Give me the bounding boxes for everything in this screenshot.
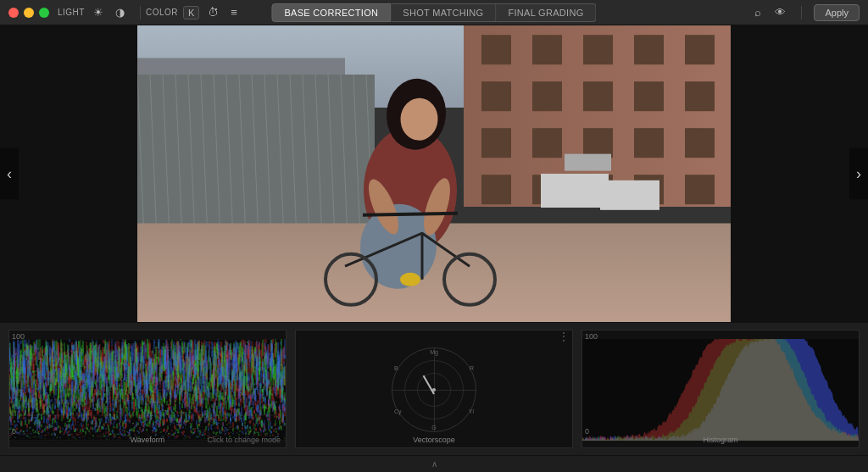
scopes-panel: 100 0 Waveform Click to change mode ⋮ Mg… bbox=[0, 322, 868, 455]
eye-icon: 👁 bbox=[775, 6, 786, 19]
waveform-label: Waveform bbox=[131, 436, 165, 444]
k-value: K bbox=[183, 6, 199, 19]
next-nav-arrow[interactable]: › bbox=[849, 148, 868, 200]
vectorscope-label: Vectorscope bbox=[413, 436, 455, 444]
clock-icon: ⏱ bbox=[208, 6, 219, 19]
tab-final-grading[interactable]: FINAL GRADING bbox=[496, 3, 596, 22]
chevron-up-icon: ∧ bbox=[431, 459, 437, 469]
video-canvas bbox=[137, 25, 731, 322]
vs-label-yl: Yl bbox=[469, 408, 474, 414]
vs-label-bl: B bbox=[394, 365, 398, 371]
tab-shot-matching[interactable]: SHOT MATCHING bbox=[391, 3, 496, 22]
contrast-icon: ◑ bbox=[115, 6, 125, 19]
search-icon: ⌕ bbox=[754, 6, 761, 19]
clock-icon-btn[interactable]: ⏱ bbox=[204, 4, 222, 20]
window-controls bbox=[8, 8, 49, 18]
maximize-button[interactable] bbox=[39, 8, 49, 18]
prev-nav-arrow[interactable]: ‹ bbox=[0, 148, 19, 200]
waveform-canvas bbox=[9, 339, 286, 441]
waveform-top-value: 100 bbox=[12, 332, 25, 341]
sun-icon: ☀ bbox=[93, 6, 103, 19]
vs-label-gr: G bbox=[431, 425, 436, 430]
close-button[interactable] bbox=[8, 8, 19, 18]
waveform-click-label: Click to change mode bbox=[207, 436, 281, 444]
histogram-scope: 100 0 Histogram bbox=[581, 330, 860, 448]
color-group: COLOR K ⏱ ≡ bbox=[146, 4, 241, 20]
vs-label-cy: Cy bbox=[394, 408, 402, 414]
separator-1 bbox=[140, 6, 141, 19]
separator-2 bbox=[801, 6, 802, 19]
apply-button[interactable]: Apply bbox=[814, 4, 860, 21]
sliders-icon: ≡ bbox=[231, 6, 237, 19]
vs-label-rd: R bbox=[470, 365, 474, 371]
main-content: ‹ › 100 0 Waveform Click to change mode … bbox=[0, 25, 868, 472]
sun-icon-btn[interactable]: ☀ bbox=[90, 4, 107, 20]
tab-base-correction[interactable]: BASE CORRECTION bbox=[271, 3, 391, 22]
vectorscope-inner: Mg R Yl G Cy B bbox=[296, 339, 572, 441]
histogram-bottom-value: 0 bbox=[585, 427, 589, 436]
vectorscope-scope: ⋮ Mg R Yl G Cy B bbox=[295, 330, 573, 448]
sliders-icon-btn[interactable]: ≡ bbox=[227, 4, 241, 20]
light-label: LIGHT bbox=[58, 8, 85, 17]
histogram-label: Histogram bbox=[703, 436, 737, 444]
toolbar: LIGHT ☀ ◑ COLOR K ⏱ ≡ BASE CORRECTION SH… bbox=[0, 0, 868, 25]
toolbar-right: ⌕ 👁 Apply bbox=[751, 4, 860, 21]
video-frame bbox=[137, 25, 731, 322]
vs-center-dot bbox=[432, 388, 436, 391]
vs-circle-outer: Mg R Yl G Cy B bbox=[392, 347, 476, 432]
vs-label-mg: Mg bbox=[430, 349, 438, 355]
color-label: COLOR bbox=[146, 8, 178, 17]
minimize-button[interactable] bbox=[24, 8, 34, 18]
contrast-icon-btn[interactable]: ◑ bbox=[112, 4, 128, 20]
search-button[interactable]: ⌕ bbox=[751, 4, 765, 20]
video-area: ‹ › bbox=[0, 25, 868, 322]
histogram-canvas bbox=[582, 339, 859, 441]
histogram-top-value: 100 bbox=[585, 332, 598, 341]
bottom-chevron[interactable]: ∧ bbox=[0, 455, 868, 472]
eye-button[interactable]: 👁 bbox=[771, 4, 789, 20]
light-group: LIGHT ☀ ◑ bbox=[58, 4, 128, 20]
waveform-bottom-value: 0 bbox=[12, 427, 16, 436]
waveform-scope[interactable]: 100 0 Waveform Click to change mode bbox=[8, 330, 287, 448]
center-tabs: BASE CORRECTION SHOT MATCHING FINAL GRAD… bbox=[271, 3, 596, 22]
